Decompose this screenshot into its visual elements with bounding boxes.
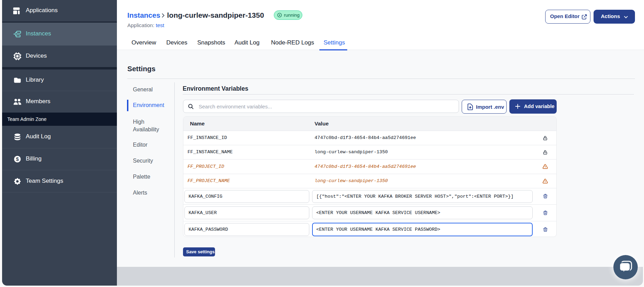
svg-text:$: $ (16, 156, 19, 162)
